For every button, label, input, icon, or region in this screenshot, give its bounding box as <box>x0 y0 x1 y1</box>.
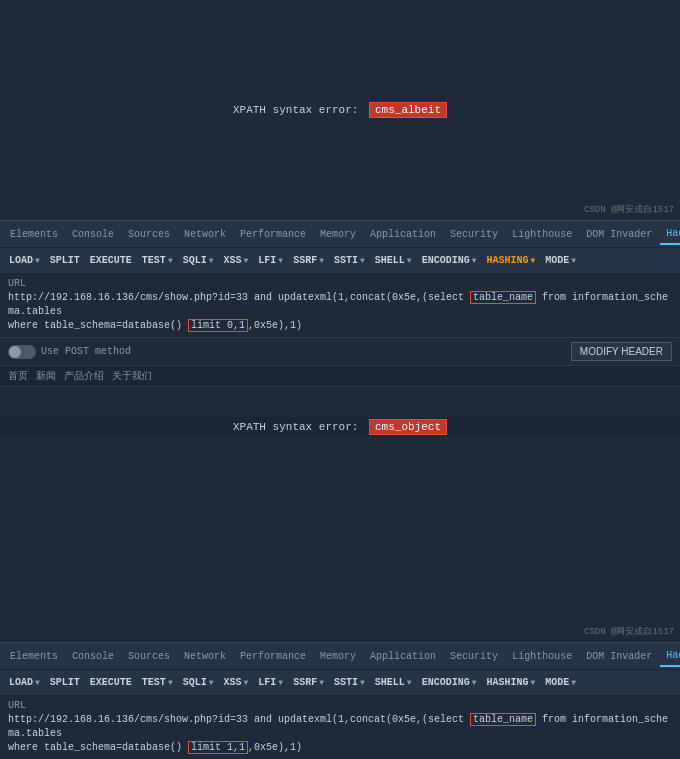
top-result-area: XPATH syntax error: cms_albeit CSDN @网安成… <box>0 0 680 220</box>
tab-hackbar-1[interactable]: HackBar <box>660 224 680 245</box>
hackbar-hashing-2[interactable]: HASHING ▼ <box>481 674 540 691</box>
url-where-2: where table_schema=database() <box>8 742 188 753</box>
top-xpath-error-text: XPATH syntax error: <box>233 104 358 116</box>
devtools-toolbar-2: Elements Console Sources Network Perform… <box>0 642 680 670</box>
hackbar-xss-2[interactable]: XSS ▼ <box>219 674 254 691</box>
url-where-1: where table_schema=database() <box>8 320 188 331</box>
watermark-top: CSDN @网安成自1517 <box>584 203 674 216</box>
middle-xpath-error: XPATH syntax error: cms_object <box>0 417 680 437</box>
watermark-mid: CSDN @网安成自1517 <box>584 625 674 638</box>
devtools-toolbar-1: Elements Console Sources Network Perform… <box>0 220 680 248</box>
hackbar-sqli-1[interactable]: SQLI ▼ <box>178 252 219 269</box>
url-section-2: URL http://192.168.16.136/cms/show.php?i… <box>0 696 680 759</box>
url-before-2: http://192.168.16.136/cms/show.php?id=33… <box>8 714 470 725</box>
tab-lighthouse-2[interactable]: Lighthouse <box>506 647 578 666</box>
url-label-2: URL <box>8 700 672 711</box>
middle-xpath-value: cms_object <box>369 419 447 435</box>
hackbar-mode-2[interactable]: MODE ▼ <box>540 674 581 691</box>
tab-dominvader-1[interactable]: DOM Invader <box>580 225 658 244</box>
nav-home: 首页 <box>8 369 28 383</box>
toggle-dot-1 <box>9 346 21 358</box>
url-before-1: http://192.168.16.136/cms/show.php?id=33… <box>8 292 470 303</box>
url-label-1: URL <box>8 278 672 289</box>
toggle-oval-1[interactable] <box>8 345 36 359</box>
hackbar-encoding-2[interactable]: ENCODING ▼ <box>417 674 482 691</box>
tab-security-1[interactable]: Security <box>444 225 504 244</box>
nav-news: 新闻 <box>36 369 56 383</box>
url-section-1: URL http://192.168.16.136/cms/show.php?i… <box>0 274 680 337</box>
url-content-2: http://192.168.16.136/cms/show.php?id=33… <box>8 713 672 755</box>
nav-products: 产品介绍 <box>64 369 104 383</box>
hackbar-split-1[interactable]: SPLIT <box>45 252 85 269</box>
tab-lighthouse-1[interactable]: Lighthouse <box>506 225 578 244</box>
post-toggle-1[interactable]: Use POST method <box>8 345 131 359</box>
tab-sources-2[interactable]: Sources <box>122 647 176 666</box>
toggle-label-1: Use POST method <box>41 346 131 357</box>
hackbar-lfi-2[interactable]: LFI ▼ <box>253 674 288 691</box>
tab-network-2[interactable]: Network <box>178 647 232 666</box>
tab-elements-2[interactable]: Elements <box>4 647 64 666</box>
modify-header-btn-1[interactable]: MODIFY HEADER <box>571 342 672 361</box>
tab-performance-1[interactable]: Performance <box>234 225 312 244</box>
url-after-1: ,0x5e),1) <box>248 320 302 331</box>
hackbar-ssti-1[interactable]: SSTI ▼ <box>329 252 370 269</box>
tab-console-1[interactable]: Console <box>66 225 120 244</box>
top-xpath-highlight: cms_albeit <box>369 102 447 118</box>
hackbar-mode-1[interactable]: MODE ▼ <box>540 252 581 269</box>
nav-about: 关于我们 <box>112 369 152 383</box>
hackbar-sqli-2[interactable]: SQLI ▼ <box>178 674 219 691</box>
middle-xpath-text: XPATH syntax error: <box>233 421 358 433</box>
tab-security-2[interactable]: Security <box>444 647 504 666</box>
middle-result-area: 首页 新闻 产品介绍 关于我们 XPATH syntax error: cms_… <box>0 365 680 642</box>
url-table-name-2: table_name <box>470 713 536 726</box>
url-limit-1: limit 0,1 <box>188 319 248 332</box>
hackbar-test-2[interactable]: TEST ▼ <box>137 674 178 691</box>
tab-network-1[interactable]: Network <box>178 225 232 244</box>
hackbar-xss-1[interactable]: XSS ▼ <box>219 252 254 269</box>
tab-elements-1[interactable]: Elements <box>4 225 64 244</box>
hackbar-lfi-1[interactable]: LFI ▼ <box>253 252 288 269</box>
page-container: XPATH syntax error: cms_albeit CSDN @网安成… <box>0 0 680 759</box>
hackbar-encoding-1[interactable]: ENCODING ▼ <box>417 252 482 269</box>
bottom-controls-1: Use POST method MODIFY HEADER <box>0 337 680 365</box>
hackbar-execute-1[interactable]: EXECUTE <box>85 252 137 269</box>
tab-performance-2[interactable]: Performance <box>234 647 312 666</box>
hackbar-menu-2: LOAD ▼ SPLIT EXECUTE TEST ▼ SQLI ▼ XSS ▼… <box>0 670 680 696</box>
result-nav-bar: 首页 新闻 产品介绍 关于我们 <box>0 365 680 387</box>
hackbar-hashing-1[interactable]: HASHING ▼ <box>481 252 540 269</box>
hackbar-load-1[interactable]: LOAD ▼ <box>4 252 45 269</box>
url-limit-2: limit 1,1 <box>188 741 248 754</box>
tab-hackbar-2[interactable]: HackBar <box>660 646 680 667</box>
url-content-1: http://192.168.16.136/cms/show.php?id=33… <box>8 291 672 333</box>
tab-dominvader-2[interactable]: DOM Invader <box>580 647 658 666</box>
hackbar-shell-2[interactable]: SHELL ▼ <box>370 674 417 691</box>
hackbar-execute-2[interactable]: EXECUTE <box>85 674 137 691</box>
tab-memory-1[interactable]: Memory <box>314 225 362 244</box>
hackbar-ssti-2[interactable]: SSTI ▼ <box>329 674 370 691</box>
tab-application-2[interactable]: Application <box>364 647 442 666</box>
hackbar-shell-1[interactable]: SHELL ▼ <box>370 252 417 269</box>
tab-console-2[interactable]: Console <box>66 647 120 666</box>
tab-application-1[interactable]: Application <box>364 225 442 244</box>
tab-memory-2[interactable]: Memory <box>314 647 362 666</box>
hackbar-ssrf-2[interactable]: SSRF ▼ <box>288 674 329 691</box>
hackbar-ssrf-1[interactable]: SSRF ▼ <box>288 252 329 269</box>
url-after-2: ,0x5e),1) <box>248 742 302 753</box>
hackbar-split-2[interactable]: SPLIT <box>45 674 85 691</box>
url-table-name-1: table_name <box>470 291 536 304</box>
tab-sources-1[interactable]: Sources <box>122 225 176 244</box>
hackbar-menu-1: LOAD ▼ SPLIT EXECUTE TEST ▼ SQLI ▼ XSS ▼… <box>0 248 680 274</box>
hackbar-load-2[interactable]: LOAD ▼ <box>4 674 45 691</box>
hackbar-test-1[interactable]: TEST ▼ <box>137 252 178 269</box>
